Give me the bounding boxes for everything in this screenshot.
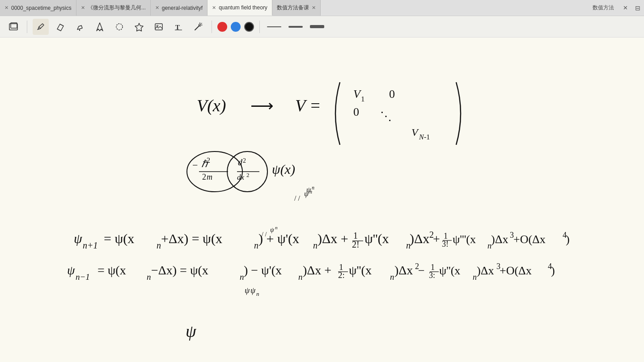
svg-text:) + ψ'(x: ) + ψ'(x xyxy=(258,231,299,246)
svg-text:+Δx) = ψ(x: +Δx) = ψ(x xyxy=(161,231,222,246)
svg-text:)Δx: )Δx xyxy=(491,233,508,246)
svg-marker-5 xyxy=(135,23,143,31)
separator-2 xyxy=(212,21,212,33)
svg-text:1: 1 xyxy=(353,231,358,240)
svg-text:ψ: ψ xyxy=(67,263,75,277)
pen-tool[interactable] xyxy=(33,19,49,35)
svg-text:n: n xyxy=(313,240,318,250)
svg-text:)Δx: )Δx xyxy=(477,264,494,277)
svg-text:n: n xyxy=(309,189,312,195)
svg-text:n: n xyxy=(254,240,258,250)
svg-text:ψ: ψ xyxy=(245,286,250,295)
svg-text:ψ: ψ xyxy=(250,286,256,295)
svg-text:1: 1 xyxy=(361,95,365,103)
svg-text:): ) xyxy=(551,264,555,277)
layers-tool[interactable] xyxy=(5,19,21,35)
svg-text:n: n xyxy=(298,272,303,282)
svg-text:) − ψ'(x: ) − ψ'(x xyxy=(244,263,282,277)
tab-label-numerical: 数值方法备课 xyxy=(277,4,309,12)
svg-text:)Δx +: )Δx + xyxy=(303,263,331,277)
svg-text:dx: dx xyxy=(237,173,245,181)
svg-text:)Δx +: )Δx + xyxy=(318,231,348,246)
svg-text:2: 2 xyxy=(207,156,210,164)
svg-text:m: m xyxy=(207,173,212,181)
svg-text:V =: V = xyxy=(295,96,321,115)
stroke-medium[interactable] xyxy=(288,26,303,28)
extra-tab: 数值方法 xyxy=(587,0,619,16)
svg-text:)Δx: )Δx xyxy=(410,231,429,246)
svg-point-4 xyxy=(116,24,123,30)
highlighter-tool[interactable] xyxy=(72,19,88,35)
svg-text:3:: 3: xyxy=(429,271,435,280)
svg-text:): ) xyxy=(566,233,570,246)
svg-text:⟶: ⟶ xyxy=(250,97,274,115)
svg-point-7 xyxy=(157,25,158,26)
color-blue[interactable] xyxy=(231,22,241,32)
svg-text:d: d xyxy=(238,157,243,167)
svg-text:−: − xyxy=(192,160,198,171)
separator-1 xyxy=(27,21,27,33)
svg-text:−Δx) = ψ(x: −Δx) = ψ(x xyxy=(151,263,208,277)
svg-text:ψ'''(x: ψ'''(x xyxy=(453,233,476,246)
tab-qft[interactable]: ✕ quantum field theory xyxy=(208,0,272,16)
tab-menu-icon[interactable]: ⊟ xyxy=(631,0,644,16)
svg-text:n−1: n−1 xyxy=(76,272,90,282)
shape-tool[interactable] xyxy=(131,19,147,35)
svg-text:n: n xyxy=(473,273,477,282)
close-tab-spacetime[interactable]: ✕ xyxy=(4,5,8,11)
svg-text:/ /: / / xyxy=(294,194,300,202)
svg-text:ψ: ψ xyxy=(186,322,197,341)
svg-text:2:: 2: xyxy=(338,270,345,280)
svg-text:n: n xyxy=(256,290,259,297)
svg-text:n: n xyxy=(147,272,151,282)
svg-text:ψ(x): ψ(x) xyxy=(272,162,295,177)
svg-rect-6 xyxy=(155,24,162,30)
svg-text:V: V xyxy=(411,126,419,138)
stroke-thick[interactable] xyxy=(310,25,324,28)
svg-text:n: n xyxy=(157,240,161,250)
close-tab-numerical[interactable]: ✕ xyxy=(312,5,316,11)
svg-text:0: 0 xyxy=(353,105,359,118)
svg-text:1: 1 xyxy=(444,232,448,240)
svg-text:ψ: ψ xyxy=(74,231,83,246)
close-tab-qft[interactable]: ✕ xyxy=(212,5,216,11)
tab-gr[interactable]: ✕ general-relativityf xyxy=(151,0,208,16)
stroke-thin[interactable] xyxy=(267,26,281,27)
svg-text:−: − xyxy=(418,264,425,277)
svg-text:1: 1 xyxy=(431,263,435,272)
svg-text:-1: -1 xyxy=(424,133,430,141)
tab-differential[interactable]: ✕ 《微分流形与黎曼几何... xyxy=(76,0,151,16)
svg-text:)Δx: )Δx xyxy=(394,263,413,277)
svg-line-13 xyxy=(201,23,202,24)
text-tool[interactable]: T xyxy=(170,19,186,35)
lasso-tool[interactable] xyxy=(111,19,127,35)
tab-spacetime[interactable]: ✕ 0000_spacetime_physics xyxy=(0,0,76,16)
extra-tab-label: 数值方法 xyxy=(593,4,614,12)
svg-text:2!: 2! xyxy=(352,240,360,249)
svg-text:n: n xyxy=(390,272,394,282)
color-black[interactable] xyxy=(244,22,254,32)
svg-text:2: 2 xyxy=(243,157,246,164)
eraser-tool[interactable] xyxy=(52,19,68,35)
svg-text:n+1: n+1 xyxy=(83,240,98,250)
svg-point-10 xyxy=(199,24,201,26)
tab-label-differential: 《微分流形与黎曼几何... xyxy=(88,4,146,12)
svg-text:+O(Δx: +O(Δx xyxy=(500,264,532,277)
tab-extra-close[interactable]: ✕ xyxy=(619,0,631,16)
laser-tool[interactable] xyxy=(190,19,206,35)
svg-text:+O(Δx: +O(Δx xyxy=(513,233,546,246)
svg-text:+: + xyxy=(433,232,440,246)
close-tab-differential[interactable]: ✕ xyxy=(81,5,85,11)
close-tab-gr[interactable]: ✕ xyxy=(155,5,159,11)
tab-numerical[interactable]: 数值方法备课 ✕ xyxy=(272,0,321,16)
svg-text:= ψ(x: = ψ(x xyxy=(97,263,126,277)
select-tool[interactable] xyxy=(92,19,108,35)
svg-text:ψ''(x: ψ''(x xyxy=(349,263,372,277)
svg-text:2: 2 xyxy=(202,173,206,181)
tab-label-qft: quantum field theory xyxy=(219,4,267,11)
canvas-area[interactable]: V(x) ⟶ V = V 1 0 0 ⋱ V N -1 − ℏ 2 2 m d … xyxy=(0,38,644,362)
svg-rect-14 xyxy=(0,38,644,362)
image-tool[interactable] xyxy=(151,19,167,35)
color-red[interactable] xyxy=(217,22,227,32)
svg-marker-3 xyxy=(97,23,103,31)
